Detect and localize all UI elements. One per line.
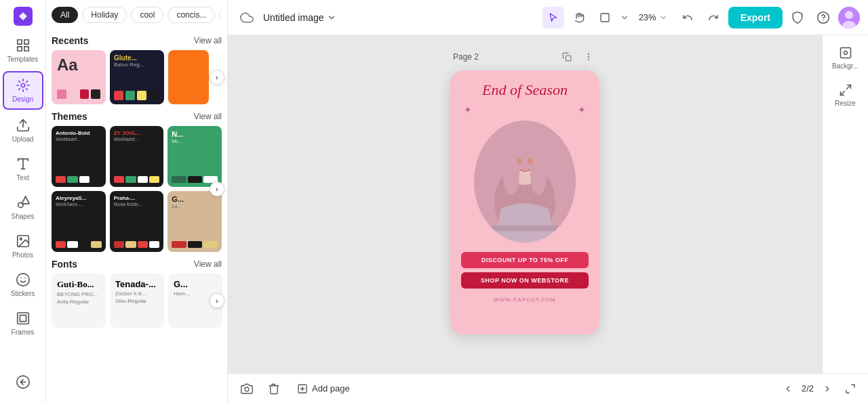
pill-concise[interactable]: concis... — [167, 7, 215, 23]
canvas-viewport[interactable]: Page 2 — [228, 35, 822, 373]
t5s3 — [138, 241, 148, 248]
cursor-tool-btn[interactable] — [542, 7, 564, 28]
sidebar-item-text[interactable]: Text — [3, 151, 43, 187]
font-card-2[interactable]: Tenada-... Zocbel X-E... Stilu-Regular — [110, 274, 164, 328]
page-indicator: 2/2 — [802, 383, 814, 394]
svg-rect-39 — [840, 48, 850, 58]
recent-card-glute[interactable]: Glute... Baloo-Reg... — [110, 50, 164, 104]
t2s4 — [149, 176, 159, 183]
expand-btn[interactable] — [841, 379, 860, 398]
background-panel-btn[interactable]: Backgr... — [825, 41, 866, 75]
theme-6-swatches — [172, 241, 218, 248]
undo-btn[interactable] — [677, 7, 698, 28]
frame-tool-chevron-icon[interactable] — [620, 13, 629, 22]
sidebar-item-shapes-label: Shapes — [12, 213, 35, 220]
svg-point-13 — [16, 274, 28, 286]
sidebar-bottom — [3, 369, 43, 403]
sidebar-item-frames[interactable]: Frames — [3, 305, 43, 341]
page-label-bar: Page 2 — [450, 49, 599, 65]
recent-card-orange[interactable] — [168, 50, 209, 104]
help-circle-icon — [816, 11, 830, 24]
svg-rect-1 — [17, 40, 21, 44]
pill-holiday[interactable]: Holiday — [82, 7, 127, 23]
main-area: Untitled image — [228, 0, 868, 403]
aa-label: Aa — [57, 56, 100, 75]
font-2-sub1: Zocbel X-E... — [115, 291, 159, 297]
sidebar-item-stickers-label: Stickers — [11, 290, 35, 297]
prev-page-btn[interactable] — [778, 379, 797, 398]
theme-3-sub: Mc... — [172, 139, 218, 144]
sidebar-item-stickers[interactable]: Stickers — [3, 267, 43, 303]
sidebar-item-text-label: Text — [16, 174, 28, 182]
sidebar-item-upload[interactable]: Upload — [3, 112, 43, 148]
help-btn[interactable] — [812, 7, 834, 28]
fonts-view-all[interactable]: View all — [194, 259, 222, 269]
export-btn[interactable]: Export — [728, 7, 783, 28]
svg-rect-2 — [24, 40, 28, 44]
sidebar-item-photos[interactable]: Photos — [3, 228, 43, 264]
zoom-control[interactable]: 23% — [633, 9, 673, 25]
page-more-btn[interactable] — [580, 49, 597, 65]
discount-btn: DISCOUNT UP TO 75% OFF — [461, 252, 589, 268]
shield-btn[interactable] — [787, 7, 808, 28]
pill-cool[interactable]: cool — [131, 7, 163, 23]
theme-card-5[interactable]: Praha-... Mulat Addis... — [110, 191, 164, 252]
redo-btn[interactable] — [703, 7, 724, 28]
sidebar-item-design[interactable]: Design — [3, 71, 43, 110]
avatar-image — [838, 7, 860, 28]
theme-card-4[interactable]: AleyreyaS... WorkSans-... — [52, 191, 106, 252]
glute-swatches — [114, 91, 160, 100]
user-avatar[interactable] — [838, 7, 860, 28]
zoom-value: 23% — [639, 12, 656, 22]
sidebar-item-shapes[interactable]: Shapes — [3, 190, 43, 226]
sidebar-item-templates[interactable]: Templates — [3, 33, 43, 68]
redo-icon — [708, 12, 719, 23]
sidebar-item-upload-label: Upload — [12, 135, 34, 143]
theme-6-sub: Lu... — [172, 204, 218, 209]
theme-card-6[interactable]: G... Lu... — [167, 191, 222, 252]
next-page-btn[interactable] — [818, 379, 837, 398]
camera-btn[interactable] — [236, 378, 258, 400]
glute-swatch-1 — [114, 91, 123, 100]
trash-btn[interactable] — [263, 378, 285, 400]
theme-card-3[interactable]: N... Mc... — [167, 126, 222, 187]
page-nav: 2/2 — [778, 379, 860, 398]
page-duplicate-btn[interactable] — [559, 49, 575, 65]
swatch-red — [80, 89, 90, 99]
resize-panel-btn[interactable]: Resize — [825, 78, 866, 112]
recent-card-aa[interactable]: Aa — [52, 50, 106, 104]
frame-tool-btn[interactable] — [594, 7, 616, 28]
font-card-1[interactable]: Guti-Bo... BEYOND PRO... Anta-Regular — [52, 274, 106, 328]
fonts-scroll-right-btn[interactable]: › — [210, 293, 224, 308]
add-page-btn[interactable]: Add page — [290, 381, 357, 397]
cloud-save-btn[interactable] — [236, 7, 258, 28]
svg-point-37 — [528, 158, 533, 165]
top-bar-tools: 23% Export — [542, 7, 860, 28]
hand-tool-btn[interactable] — [568, 7, 590, 28]
pill-more-btn[interactable]: › — [219, 7, 222, 23]
themes-view-all[interactable]: View all — [194, 112, 222, 121]
theme-5-swatches — [114, 241, 160, 248]
design-card[interactable]: End of Season ✦ ✦ — [450, 70, 599, 335]
recents-view-all[interactable]: View all — [194, 36, 222, 45]
glute-title: Glute... — [114, 54, 160, 62]
app-logo[interactable] — [12, 5, 34, 27]
theme-card-2[interactable]: ZY JOVL... WixMadef... — [110, 126, 164, 187]
sidebar-collapse-btn[interactable] — [3, 369, 43, 395]
chevron-right-icon — [823, 384, 832, 394]
pill-all[interactable]: All — [52, 7, 78, 23]
svg-line-41 — [846, 85, 850, 89]
t1s3 — [79, 176, 90, 183]
t1s4 — [91, 176, 101, 183]
svg-rect-38 — [491, 226, 559, 231]
doc-title-text: Untitled image — [263, 12, 324, 23]
theme-card-1[interactable]: Antonio-Bold WixMadef... — [52, 126, 106, 187]
t4s3 — [79, 241, 90, 248]
svg-rect-16 — [17, 313, 28, 324]
themes-scroll-right-btn[interactable]: › — [210, 182, 224, 196]
shop-btn: SHOP NOW ON WEBSTORE — [461, 272, 589, 289]
doc-title[interactable]: Untitled image — [263, 12, 336, 23]
recents-scroll-right-btn[interactable]: › — [210, 70, 224, 85]
person-oval-frame — [474, 121, 576, 242]
t5s1 — [114, 241, 124, 248]
